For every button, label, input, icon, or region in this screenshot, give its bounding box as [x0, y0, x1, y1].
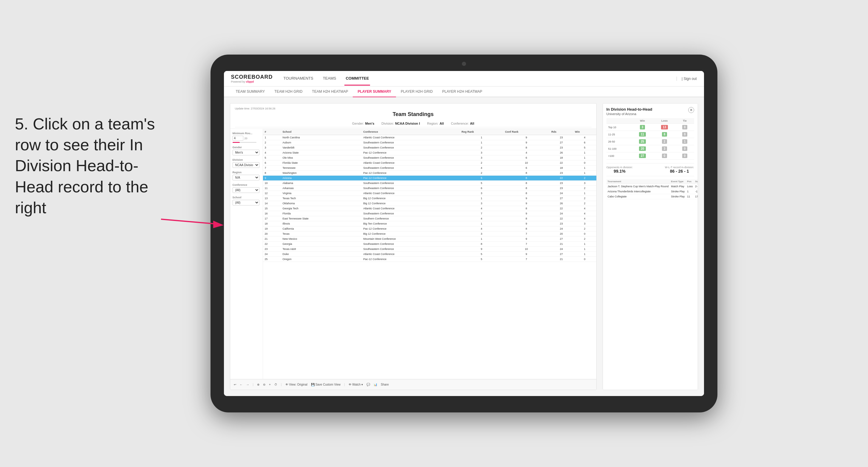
table-row[interactable]: 12 Virginia Atlantic Coast Conference 3 …	[263, 191, 596, 196]
toolbar-back[interactable]: ←	[240, 383, 243, 386]
toolbar-comment[interactable]: 💬	[367, 383, 370, 386]
cell-conf-rank: 9	[503, 201, 550, 206]
cell-conference: Pac-12 Conference	[362, 257, 460, 262]
division-select[interactable]: NCAA Division I	[232, 162, 259, 168]
sub-nav-team-summary[interactable]: TEAM SUMMARY	[231, 87, 270, 97]
cell-rds: 24	[550, 247, 573, 252]
sub-nav-player-h2h-grid[interactable]: PLAYER H2H GRID	[396, 87, 437, 97]
table-row[interactable]: 14 Oklahoma Big 12 Conference 3 9 26 2	[263, 201, 596, 206]
cell-num: 22	[263, 242, 281, 247]
cell-reg-rank: 2	[460, 160, 503, 165]
col-num: #	[263, 129, 281, 135]
table-row[interactable]: 18 Illinois Big Ten Conference 1 9 23 3	[263, 221, 596, 226]
table-row[interactable]: 24 Duke Atlantic Coast Conference 5 9 27…	[263, 252, 596, 257]
sub-nav-team-h2h-heatmap[interactable]: TEAM H2H HEATMAP	[307, 87, 353, 97]
min-rou-input[interactable]	[232, 136, 243, 141]
cell-rds: 24	[550, 211, 573, 216]
nav-item-committee[interactable]: COMMITTEE	[344, 72, 370, 86]
nav-item-tournaments[interactable]: TOURNAMENTS	[282, 72, 315, 86]
cell-rds: 27	[550, 237, 573, 242]
nav-items: TOURNAMENTS TEAMS COMMITTEE	[282, 72, 677, 86]
filter-group-division: Division NCAA Division I	[232, 158, 260, 168]
cell-win: 2	[573, 226, 596, 231]
sub-nav-team-h2h-grid[interactable]: TEAM H2H GRID	[270, 87, 307, 97]
col-school: School	[281, 129, 362, 135]
table-row[interactable]: 21 New Mexico Mountain West Conference 1…	[263, 237, 596, 242]
h2h-loss: 0	[654, 152, 676, 160]
table-row[interactable]: 15 Georgia Tech Atlantic Coast Conferenc…	[263, 206, 596, 211]
update-time: Update time: 27/03/2024 16:56:26	[235, 107, 592, 110]
toolbar-forward[interactable]: →	[246, 383, 249, 386]
toolbar-undo[interactable]: ↩	[234, 383, 236, 386]
table-row[interactable]: 5 Ole Miss Southeastern Conference 3 6 1…	[263, 155, 596, 160]
cell-conference: Southeastern Conference	[362, 242, 460, 247]
table-row[interactable]: 20 Texas Big 12 Conference 3 7 20 0	[263, 231, 596, 237]
table-row[interactable]: 2 Auburn Southeastern Conference 1 9 27 …	[263, 140, 596, 145]
h2h-title: In Division Head-to-Head	[607, 107, 652, 112]
tour-col-score: Score	[694, 179, 698, 184]
toolbar-chart[interactable]: 📊	[374, 383, 377, 386]
table-row[interactable]: 23 Texas A&M Southeastern Conference 9 1…	[263, 247, 596, 252]
tour-col-name: Tournament	[607, 179, 670, 184]
sub-nav: TEAM SUMMARY TEAM H2H GRID TEAM H2H HEAT…	[224, 87, 704, 97]
cell-conf-rank: 10	[503, 160, 550, 165]
toolbar-add[interactable]: +	[269, 383, 271, 386]
sub-nav-player-summary[interactable]: PLAYER SUMMARY	[353, 87, 396, 97]
table-row[interactable]: 6 Florida State Atlantic Coast Conferenc…	[263, 160, 596, 165]
sub-nav-player-h2h-heatmap[interactable]: PLAYER H2H HEATMAP	[437, 87, 487, 97]
school-select[interactable]: (All)	[232, 200, 259, 206]
tournament-row: Jackson T. Stephens Cup Men's Match-Play…	[607, 184, 698, 189]
h2h-close-button[interactable]: ✕	[688, 107, 694, 113]
toolbar-timer[interactable]: ⏱	[274, 383, 277, 386]
toolbar-watch[interactable]: 👁 Watch ▾	[348, 383, 363, 386]
bottom-toolbar: ↩ ← → | ⊕ ⊖ + ⏱ | 👁 View: Original 💾 Sav…	[230, 379, 596, 390]
nav-item-teams[interactable]: TEAMS	[322, 72, 338, 86]
h2h-range: 26-50	[607, 138, 631, 145]
cell-win: 0	[573, 231, 596, 237]
cell-reg-rank: 7	[460, 211, 503, 216]
toolbar-view-original[interactable]: 👁 View: Original	[285, 383, 307, 386]
cell-reg-rank: 3	[460, 201, 503, 206]
cell-conf-rank: 6	[503, 165, 550, 170]
cell-num: 13	[263, 196, 281, 201]
table-row[interactable]: 13 Texas Tech Big 12 Conference 1 9 27 2	[263, 196, 596, 201]
table-row[interactable]: 1 North Carolina Atlantic Coast Conferen…	[263, 135, 596, 140]
table-row[interactable]: 19 California Pac-12 Conference 4 8 24 2	[263, 226, 596, 231]
logo-text: SCOREBOARD	[231, 74, 273, 80]
cell-school: Arizona State	[281, 150, 362, 155]
cell-conf-rank: 6	[503, 155, 550, 160]
cell-conference: Big 12 Conference	[362, 201, 460, 206]
cell-conf-rank: 7	[503, 257, 550, 262]
table-row[interactable]: 9 Arizona Pac-12 Conference 5 8 22 2	[263, 176, 596, 181]
table-row[interactable]: 11 Arkansas Southeastern Conference 6 8 …	[263, 186, 596, 191]
toolbar-zoom-in[interactable]: ⊕	[257, 383, 259, 386]
toolbar-save-custom[interactable]: 💾 Save Custom View	[311, 383, 341, 386]
table-row[interactable]: 4 Arizona State Pac-12 Conference 3 4 26…	[263, 150, 596, 155]
cell-reg-rank: 6	[460, 186, 503, 191]
table-row[interactable]: 22 Georgia Southeastern Conference 8 7 2…	[263, 242, 596, 247]
sign-out-button[interactable]: | Sign out	[677, 76, 697, 81]
table-row[interactable]: 17 East Tennessee State Southern Confere…	[263, 216, 596, 221]
h2h-loss: 3	[654, 145, 676, 152]
h2h-col-range	[607, 118, 631, 124]
table-row[interactable]: 8 Washington Pac-12 Conference 2 8 23 1	[263, 170, 596, 176]
region-select[interactable]: N/A	[232, 175, 259, 180]
toolbar-zoom-out[interactable]: ⊖	[263, 383, 266, 386]
conference-select[interactable]: (All)	[232, 187, 259, 193]
cell-rds: 24	[550, 191, 573, 196]
table-row[interactable]: 10 Alabama Southeastern Conference 5 8 2…	[263, 181, 596, 186]
toolbar-share[interactable]: Share	[381, 383, 389, 386]
cell-win: 2	[573, 196, 596, 201]
cell-num: 10	[263, 181, 281, 186]
cell-reg-rank: 3	[460, 231, 503, 237]
cell-reg-rank: 3	[460, 191, 503, 196]
table-row[interactable]: 16 Florida Southeastern Conference 7 9 2…	[263, 211, 596, 216]
min-rou-slider[interactable]	[232, 142, 256, 143]
table-row[interactable]: 25 Oregon Pac-12 Conference 5 7 21 0	[263, 257, 596, 262]
gender-select[interactable]: Men's	[232, 150, 259, 155]
cell-conference: Pac-12 Conference	[362, 226, 460, 231]
table-row[interactable]: 7 Tennessee Southeastern Conference 4 6 …	[263, 165, 596, 170]
table-row[interactable]: 3 Vanderbilt Southeastern Conference 2 8…	[263, 145, 596, 150]
cell-conference: Atlantic Coast Conference	[362, 160, 460, 165]
main-content: Update time: 27/03/2024 16:56:26 Team St…	[224, 97, 704, 396]
